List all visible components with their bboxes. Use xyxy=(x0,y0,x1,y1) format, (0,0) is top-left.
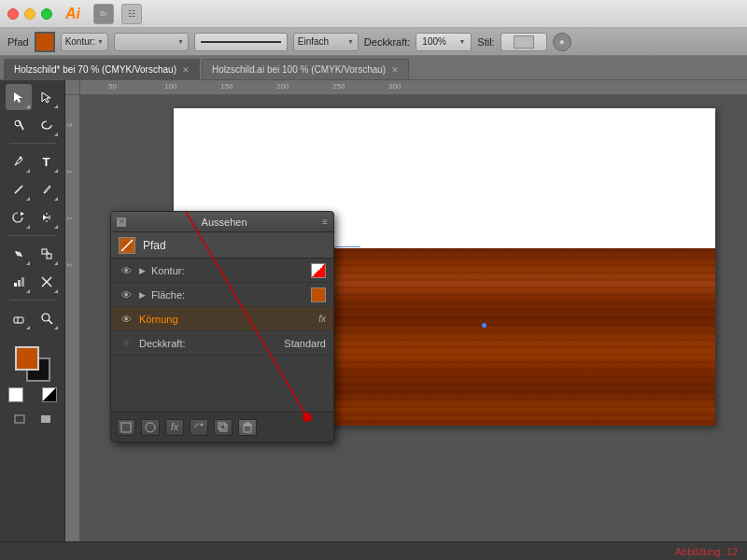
magic-wand-tool[interactable] xyxy=(6,112,32,138)
svg-rect-17 xyxy=(15,415,24,423)
tab-close-icon[interactable]: ✕ xyxy=(182,65,190,75)
close-button[interactable] xyxy=(7,8,19,20)
minimize-button[interactable] xyxy=(24,8,35,20)
svg-point-2 xyxy=(19,157,21,160)
tab-close-icon[interactable]: ✕ xyxy=(391,65,399,75)
rotate-tool[interactable] xyxy=(6,204,32,231)
anchor-point xyxy=(482,323,486,328)
canvas-area: 50 100 150 200 250 300 5 1 1 2 xyxy=(65,80,747,560)
tool-row-8 xyxy=(6,305,60,331)
kontur-btn[interactable]: Kontur: ▼ xyxy=(61,33,108,51)
svg-point-22 xyxy=(146,423,155,432)
svg-rect-21 xyxy=(121,423,131,432)
kontur-row-label: Kontur: xyxy=(151,265,305,276)
tab-holzschild-ai[interactable]: Holzschild.ai bei 100 % (CMYK/Vorschau) … xyxy=(202,59,409,79)
tab-holzschild-active[interactable]: Holzschild* bei 70 % (CMYK/Vorschau) ✕ xyxy=(4,59,200,79)
clear-appearance-btn[interactable] xyxy=(190,419,208,436)
ruler-v-mark-100: 1 xyxy=(66,170,73,174)
visibility-icon-flache[interactable]: 👁 xyxy=(119,287,134,302)
kontur-dropdown[interactable]: ▼ xyxy=(114,33,189,51)
tool-row-6 xyxy=(6,241,60,267)
optionsbar: Pfad Kontur: ▼ ▼ Einfach ▼ Deckkraft: 10… xyxy=(0,28,747,56)
zoom-tool[interactable] xyxy=(34,305,60,331)
maximize-button[interactable] xyxy=(41,8,52,20)
panel-close-button[interactable]: ✕ xyxy=(117,217,126,227)
mirror-tool[interactable] xyxy=(34,204,60,231)
panel-title: Aussehen xyxy=(202,217,247,228)
fill-color-swatch[interactable] xyxy=(35,32,55,52)
flache-swatch[interactable] xyxy=(311,287,326,302)
ruler-v-mark-150: 1 xyxy=(66,217,73,220)
chevron-down-icon: ▼ xyxy=(177,38,184,45)
expand-arrow-flache[interactable]: ▶ xyxy=(139,290,146,300)
type-tool[interactable]: T xyxy=(34,148,60,175)
graph-tool[interactable] xyxy=(6,269,32,295)
pen-tool[interactable] xyxy=(6,148,32,175)
warp-tool[interactable] xyxy=(6,241,32,267)
svg-rect-18 xyxy=(41,415,50,423)
color-swatches xyxy=(3,341,63,434)
add-new-fill-btn[interactable] xyxy=(141,419,160,436)
statusbar: Abbildung: 12 xyxy=(0,541,747,560)
no-color-swatch[interactable] xyxy=(8,387,23,402)
ruler-corner xyxy=(65,80,80,95)
world-icon[interactable]: ● xyxy=(553,33,571,51)
kontur-swatch[interactable] xyxy=(311,263,326,278)
visibility-icon-deckkraft[interactable]: 👁 xyxy=(119,336,134,351)
aussehen-panel: ✕ Aussehen ≡ Pfad xyxy=(110,211,334,442)
tabs-bar: Holzschild* bei 70 % (CMYK/Vorschau) ✕ H… xyxy=(0,56,747,80)
add-new-stroke-btn[interactable] xyxy=(117,419,135,436)
color-mode-icon[interactable] xyxy=(42,387,57,402)
line-tool[interactable] xyxy=(6,176,32,203)
paintbrush-tool[interactable] xyxy=(34,176,60,203)
slice-tool[interactable] xyxy=(34,269,60,295)
svg-rect-28 xyxy=(246,423,249,425)
direct-selection-tool[interactable] xyxy=(34,84,60,110)
selection-tool[interactable] xyxy=(6,84,32,110)
kontur-row[interactable]: 👁 ▶ Kontur: xyxy=(111,259,333,283)
bridge-icon[interactable]: Br xyxy=(93,4,114,24)
deckkraft-row[interactable]: 👁 Deckkraft: Standard xyxy=(111,331,333,356)
flache-row-label: Fläche: xyxy=(151,289,305,301)
chevron-down-icon: ▼ xyxy=(347,38,354,45)
visibility-icon-kontur[interactable]: 👁 xyxy=(119,263,134,278)
expand-arrow-kontur[interactable]: ▶ xyxy=(139,266,146,275)
kornung-row[interactable]: 👁 Körnung fx xyxy=(111,307,333,331)
foreground-background-swatches[interactable] xyxy=(15,346,50,382)
kornung-row-label: Körnung xyxy=(139,314,313,325)
chevron-down-icon: ▼ xyxy=(97,38,104,45)
window-controls[interactable] xyxy=(7,8,52,20)
change-screen-mode-btn[interactable] xyxy=(8,410,31,428)
foreground-color-swatch[interactable] xyxy=(15,346,39,371)
scale-tool[interactable] xyxy=(34,241,60,267)
deckkraft-input[interactable]: 100% ▼ xyxy=(416,33,472,51)
svg-rect-11 xyxy=(18,280,21,287)
stil-preview xyxy=(514,35,534,49)
svg-rect-25 xyxy=(218,423,225,429)
line-preview xyxy=(201,41,281,43)
panel-footer: fx xyxy=(111,412,333,441)
stil-selector[interactable] xyxy=(500,33,547,51)
tool-row-1 xyxy=(6,84,60,110)
visibility-icon-kornung[interactable]: 👁 xyxy=(119,312,134,327)
stil-label: Stil: xyxy=(477,36,494,48)
flache-row[interactable]: 👁 ▶ Fläche: xyxy=(111,283,333,307)
fullscreen-btn[interactable] xyxy=(35,410,57,428)
einfach-dropdown[interactable]: Einfach ▼ xyxy=(293,33,359,51)
svg-rect-10 xyxy=(14,283,17,287)
pfad-label: Pfad xyxy=(7,36,29,48)
eraser-tool[interactable] xyxy=(6,305,32,331)
ruler-v-mark-50: 5 xyxy=(66,123,73,127)
arrange-icon[interactable]: ☷ xyxy=(121,4,142,24)
add-effect-btn[interactable]: fx xyxy=(165,419,184,436)
duplicate-item-btn[interactable] xyxy=(214,419,233,436)
chevron-down-icon: ▼ xyxy=(458,38,465,45)
tool-row-3: T xyxy=(6,148,60,175)
panel-menu-icon[interactable]: ≡ xyxy=(322,217,328,227)
lasso-tool[interactable] xyxy=(34,112,60,138)
stroke-line-selector[interactable] xyxy=(194,33,288,51)
tool-row-4 xyxy=(6,176,60,203)
delete-item-btn[interactable] xyxy=(238,419,257,436)
tool-separator-3 xyxy=(9,300,56,301)
path-icon xyxy=(119,237,135,254)
